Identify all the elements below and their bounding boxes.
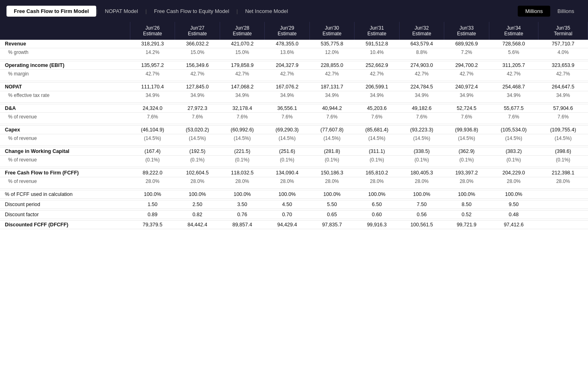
cell-value: 0.48 xyxy=(489,211,538,219)
section-capex-main: Capex(46,104.9)(53,020.2)(60,992.6)(69,2… xyxy=(0,126,588,134)
cell-value: (14.5%) xyxy=(399,134,444,146)
cell-value: 34.9% xyxy=(355,91,399,103)
cell-value: 240,972.4 xyxy=(444,83,489,91)
cell-value: 84,442.4 xyxy=(175,221,220,229)
row-label: Operating income (EBIT) xyxy=(0,61,130,70)
row-label: % margin xyxy=(0,70,130,81)
cell-value: 89,222.0 xyxy=(130,169,175,177)
cell-value: 135,957.2 xyxy=(130,61,175,70)
cell-value: 134,090.4 xyxy=(265,169,309,177)
tab-fcfe[interactable]: Free Cash Flow to Equity Model xyxy=(147,6,236,17)
cell-value: 254,468.7 xyxy=(489,83,538,91)
cell-value xyxy=(538,200,588,209)
tab-nopat[interactable]: NOPAT Model xyxy=(97,6,145,17)
cell-value: (77,607.8) xyxy=(309,126,354,134)
cell-value: (14.5%) xyxy=(489,134,538,146)
cell-value: 97,412.6 xyxy=(489,221,538,229)
cell-value: 79,379.5 xyxy=(130,221,175,229)
cell-value: 27,972.3 xyxy=(175,104,220,113)
cell-value: (0.1%) xyxy=(444,156,489,167)
cell-value: 7.6% xyxy=(220,113,264,124)
tab-ni[interactable]: Net Income Model xyxy=(238,6,296,17)
cell-value: 55,677.5 xyxy=(489,104,538,113)
header-row: Jun'26Estimate Jun'27Estimate Jun'28Esti… xyxy=(0,22,588,40)
cell-value: (167.4) xyxy=(130,147,175,156)
col-jun30: Jun'30Estimate xyxy=(309,22,354,40)
top-nav: Free Cash Flow to Firm Model | NOPAT Mod… xyxy=(0,0,588,22)
unit-billions[interactable]: Billions xyxy=(550,6,582,17)
cell-value: 193,397.2 xyxy=(444,169,489,177)
cell-value: 366,032.2 xyxy=(175,40,220,48)
cell-value: 0.82 xyxy=(175,211,220,219)
discount-period-row: Discount period1.502.503.504.505.506.507… xyxy=(0,200,588,209)
col-jun26: Jun'26Estimate xyxy=(130,22,175,40)
cell-value: (338.5) xyxy=(399,147,444,156)
dfcff-row: Discounted FCFF (DFCFF)79,379.584,442.48… xyxy=(0,221,588,229)
cell-value: 224,784.5 xyxy=(399,83,444,91)
cell-value xyxy=(538,221,588,229)
cell-value: (109,755.4) xyxy=(538,126,588,134)
cell-value: 15.0% xyxy=(220,48,264,60)
cell-value: 147,068.2 xyxy=(220,83,264,91)
cell-value: 42.7% xyxy=(220,70,264,81)
col-jun27: Jun'27Estimate xyxy=(175,22,220,40)
cell-value: (14.5%) xyxy=(309,134,354,146)
row-label: % of revenue xyxy=(0,134,130,146)
cell-value: 15.0% xyxy=(175,48,220,60)
cell-value: (99,936.8) xyxy=(444,126,489,134)
tab-fcff[interactable]: Free Cash Flow to Firm Model xyxy=(6,6,96,17)
cell-value: 118,032.5 xyxy=(220,169,264,177)
cell-value: (383.2) xyxy=(489,147,538,156)
col-jun28: Jun'28Estimate xyxy=(220,22,264,40)
cell-value: 0.56 xyxy=(399,211,444,219)
cell-value: (93,223.3) xyxy=(399,126,444,134)
cell-value: 0.52 xyxy=(444,211,489,219)
col-jun29: Jun'29Estimate xyxy=(265,22,309,40)
cell-value: 8.50 xyxy=(444,200,489,209)
unit-millions[interactable]: Millions xyxy=(518,6,550,17)
cell-value: 36,556.1 xyxy=(265,104,309,113)
cell-value: 34.9% xyxy=(175,91,220,103)
row-label: Discount period xyxy=(0,200,130,209)
cell-value: 42.7% xyxy=(399,70,444,81)
cell-value: 34.9% xyxy=(265,91,309,103)
cell-value xyxy=(538,211,588,219)
section-ebit-main: Operating income (EBIT)135,957.2156,349.… xyxy=(0,61,588,70)
section-cwc-sub: % of revenue(0.1%)(0.1%)(0.1%)(0.1%)(0.1… xyxy=(0,156,588,167)
cell-value: (251.6) xyxy=(265,147,309,156)
cell-value: 150,186.3 xyxy=(309,169,354,177)
cell-value: 591,512.8 xyxy=(355,40,399,48)
cell-value: 311,205.7 xyxy=(489,61,538,70)
cell-value: (0.1%) xyxy=(175,156,220,167)
cell-value: 0.76 xyxy=(220,211,264,219)
cell-value: 1.50 xyxy=(130,200,175,209)
cell-value: 5.50 xyxy=(309,200,354,209)
cell-value: (85,681.4) xyxy=(355,126,399,134)
cell-value: 13.6% xyxy=(265,48,309,60)
cell-value: 100.0% xyxy=(309,190,354,199)
section-nopat-sub: % effective tax rate34.9%34.9%34.9%34.9%… xyxy=(0,91,588,103)
cell-value: 89,857.4 xyxy=(220,221,264,229)
cell-value: 7.6% xyxy=(399,113,444,124)
cell-value: 180,405.3 xyxy=(399,169,444,177)
row-label: % of revenue xyxy=(0,177,130,189)
cell-value: (0.1%) xyxy=(309,156,354,167)
cell-value: 100.0% xyxy=(489,190,538,199)
section-revenue-main: Revenue318,291.3366,032.2421,070.2478,35… xyxy=(0,40,588,48)
col-label-header xyxy=(0,22,130,40)
cell-value: 14.2% xyxy=(130,48,175,60)
cell-value: 99,916.3 xyxy=(355,221,399,229)
cell-value: 42.7% xyxy=(130,70,175,81)
cell-value: 42.7% xyxy=(489,70,538,81)
cell-value: 97,835.7 xyxy=(309,221,354,229)
cell-value: 28.0% xyxy=(220,177,264,189)
section-capex-sub: % of revenue(14.5%)(14.5%)(14.5%)(14.5%)… xyxy=(0,134,588,146)
cell-value: 34.9% xyxy=(309,91,354,103)
cell-value: 24,324.0 xyxy=(130,104,175,113)
cell-value: (14.5%) xyxy=(130,134,175,146)
cell-value: 34.9% xyxy=(130,91,175,103)
cell-value: 0.89 xyxy=(130,211,175,219)
cell-value: 100.0% xyxy=(399,190,444,199)
cell-value: 9.50 xyxy=(489,200,538,209)
cell-value: (362.9) xyxy=(444,147,489,156)
